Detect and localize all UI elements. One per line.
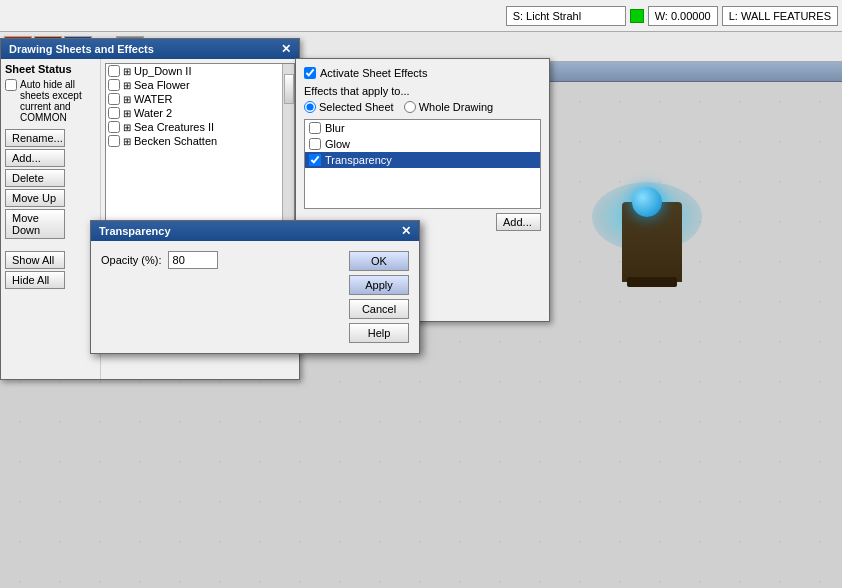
sheet-name-6: Becken Schatten xyxy=(134,135,217,147)
sheets-dialog-title: Drawing Sheets and Effects ✕ xyxy=(1,39,299,59)
radio-selected-sheet[interactable]: Selected Sheet xyxy=(304,101,394,113)
sheet-check-2[interactable] xyxy=(108,79,120,91)
rename-button[interactable]: Rename... xyxy=(5,129,65,147)
help-button[interactable]: Help xyxy=(349,323,409,343)
sheet-status-label: Sheet Status xyxy=(5,63,96,75)
delete-sheet-button[interactable]: Delete xyxy=(5,169,65,187)
orb-ball xyxy=(632,187,662,217)
status-bar: S: Licht Strahl W: 0.00000 L: WALL FEATU… xyxy=(506,6,838,26)
sheet-name-1: Up_Down II xyxy=(134,65,191,77)
apply-button[interactable]: Apply xyxy=(349,275,409,295)
move-up-button[interactable]: Move Up xyxy=(5,189,65,207)
opacity-input[interactable] xyxy=(168,251,218,269)
transparency-checkbox[interactable] xyxy=(309,154,321,166)
autohide-checkbox[interactable] xyxy=(5,79,17,91)
opacity-label: Opacity (%): xyxy=(101,254,162,266)
sheets-title-text: Drawing Sheets and Effects xyxy=(9,43,154,55)
transparency-left: Opacity (%): xyxy=(101,251,339,343)
sheet-check-5[interactable] xyxy=(108,121,120,133)
transparency-dialog: Transparency ✕ Opacity (%): OK Apply Can… xyxy=(90,220,420,354)
radio-whole-drawing-input[interactable] xyxy=(404,101,416,113)
sheet-check-3[interactable] xyxy=(108,93,120,105)
move-down-button[interactable]: Move Down xyxy=(5,209,65,239)
main-toolbar: S: Licht Strahl W: 0.00000 L: WALL FEATU… xyxy=(0,0,842,32)
ok-button[interactable]: OK xyxy=(349,251,409,271)
list-item[interactable]: ⊞ WATER xyxy=(106,92,282,106)
autohide-check-row: Auto hide all sheets except current and … xyxy=(5,79,96,123)
orb-base xyxy=(627,277,677,287)
orb-figure xyxy=(622,202,682,282)
show-all-button[interactable]: Show All xyxy=(5,251,65,269)
list-item[interactable]: ⊞ Water 2 xyxy=(106,106,282,120)
glow-label: Glow xyxy=(325,138,350,150)
transparency-label: Transparency xyxy=(325,154,392,166)
sheet-name-4: Water 2 xyxy=(134,107,172,119)
apply-to-label: Effects that apply to... xyxy=(304,85,541,97)
transparency-title-text: Transparency xyxy=(99,225,171,237)
blur-checkbox[interactable] xyxy=(309,122,321,134)
sheet-check-6[interactable] xyxy=(108,135,120,147)
width-text: W: 0.00000 xyxy=(655,10,711,22)
list-item[interactable]: ⊞ Sea Creatures II xyxy=(106,120,282,134)
activate-effects-row: Activate Sheet Effects xyxy=(304,67,541,79)
width-field: W: 0.00000 xyxy=(648,6,718,26)
sheet-buttons: Rename... Add... Delete Move Up Move Dow… xyxy=(5,129,96,289)
status-name-field: S: Licht Strahl xyxy=(506,6,626,26)
sheet-check-1[interactable] xyxy=(108,65,120,77)
add-effect-button[interactable]: Add... xyxy=(496,213,541,231)
sheet-check-4[interactable] xyxy=(108,107,120,119)
hide-all-button[interactable]: Hide All xyxy=(5,271,65,289)
autohide-label: Auto hide all sheets except current and … xyxy=(20,79,96,123)
activate-effects-label: Activate Sheet Effects xyxy=(320,67,427,79)
opacity-row: Opacity (%): xyxy=(101,251,339,269)
radio-whole-drawing[interactable]: Whole Drawing xyxy=(404,101,494,113)
blur-label: Blur xyxy=(325,122,345,134)
sheet-name-5: Sea Creatures II xyxy=(134,121,214,133)
transparency-close-icon[interactable]: ✕ xyxy=(401,225,411,237)
status-name-text: S: Licht Strahl xyxy=(513,10,581,22)
orb-decoration xyxy=(602,162,722,282)
effect-transparency[interactable]: Transparency xyxy=(305,152,540,168)
cancel-button[interactable]: Cancel xyxy=(349,299,409,319)
list-item[interactable]: ⊞ Up_Down II xyxy=(106,64,282,78)
transparency-title: Transparency ✕ xyxy=(91,221,419,241)
list-item[interactable]: ⊞ Becken Schatten xyxy=(106,134,282,148)
sheets-close-icon[interactable]: ✕ xyxy=(281,43,291,55)
effect-blur[interactable]: Blur xyxy=(305,120,540,136)
sheet-name-2: Sea Flower xyxy=(134,79,190,91)
sheets-left-panel: Sheet Status Auto hide all sheets except… xyxy=(1,59,101,379)
effect-glow[interactable]: Glow xyxy=(305,136,540,152)
radio-selected-label: Selected Sheet xyxy=(319,101,394,113)
glow-checkbox[interactable] xyxy=(309,138,321,150)
radio-row: Selected Sheet Whole Drawing xyxy=(304,101,541,113)
transparency-content: Opacity (%): OK Apply Cancel Help xyxy=(91,241,419,353)
list-item[interactable]: ⊞ Sea Flower xyxy=(106,78,282,92)
radio-whole-label: Whole Drawing xyxy=(419,101,494,113)
effects-list: Blur Glow Transparency xyxy=(304,119,541,209)
sheet-name-3: WATER xyxy=(134,93,173,105)
color-indicator xyxy=(630,9,644,23)
activate-effects-checkbox[interactable] xyxy=(304,67,316,79)
add-sheet-button[interactable]: Add... xyxy=(5,149,65,167)
layer-field: L: WALL FEATURES xyxy=(722,6,838,26)
radio-selected-sheet-input[interactable] xyxy=(304,101,316,113)
layer-text: L: WALL FEATURES xyxy=(729,10,831,22)
transparency-buttons: OK Apply Cancel Help xyxy=(349,251,409,343)
scrollbar-thumb xyxy=(284,74,294,104)
